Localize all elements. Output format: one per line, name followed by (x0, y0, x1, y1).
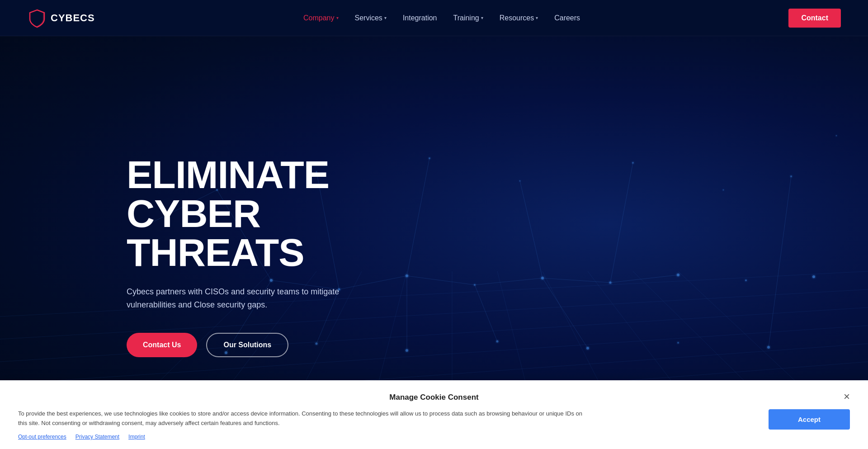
svg-line-44 (407, 276, 475, 285)
nav-links: Company ▾Services ▾IntegrationTraining ▾… (303, 14, 580, 22)
cookie-link-privacy-statement[interactable]: Privacy Statement (75, 434, 119, 440)
chevron-down-icon: ▾ (536, 15, 538, 20)
cookie-body-text: To provide the best experiences, we use … (18, 409, 588, 428)
logo[interactable]: CYBECS (27, 8, 95, 28)
nav-contact-button[interactable]: Contact (788, 9, 841, 28)
svg-line-46 (542, 278, 610, 283)
chevron-down-icon: ▾ (336, 15, 339, 20)
cookie-accept-button[interactable]: Accept (769, 409, 850, 430)
cookie-body: To provide the best experiences, we use … (18, 409, 850, 440)
nav-link-resources[interactable]: Resources ▾ (500, 14, 538, 22)
logo-text: CYBECS (51, 12, 95, 24)
contact-us-button[interactable]: Contact Us (127, 333, 197, 357)
hero-content: ELIMINATE CYBER THREATS Cybecs partners … (0, 128, 407, 358)
cookie-header: Manage Cookie Consent × (18, 393, 850, 402)
cookie-text-wrapper: To provide the best experiences, we use … (18, 409, 588, 440)
cookie-banner: Manage Cookie Consent × To provide the b… (0, 380, 868, 449)
cookie-link-opt-out-preferences[interactable]: Opt-out preferences (18, 434, 66, 440)
cookie-close-button[interactable]: × (844, 391, 850, 402)
svg-line-45 (475, 278, 542, 285)
chevron-down-icon: ▾ (481, 15, 483, 20)
svg-point-31 (677, 342, 679, 344)
svg-line-51 (475, 285, 497, 341)
svg-point-41 (836, 135, 837, 137)
svg-line-52 (542, 278, 588, 348)
nav-link-services[interactable]: Services ▾ (355, 14, 387, 22)
svg-line-59 (769, 176, 791, 347)
chevron-down-icon: ▾ (384, 15, 387, 20)
svg-line-58 (610, 163, 633, 283)
svg-line-47 (610, 275, 678, 283)
svg-line-57 (520, 181, 542, 278)
svg-point-25 (812, 275, 815, 278)
hero-title: ELIMINATE CYBER THREATS (127, 155, 407, 272)
our-solutions-button[interactable]: Our Solutions (206, 333, 288, 357)
hero-buttons: Contact Us Our Solutions (127, 333, 407, 357)
cookie-link-imprint[interactable]: Imprint (128, 434, 145, 440)
nav-link-company[interactable]: Company ▾ (303, 14, 338, 22)
svg-point-24 (745, 279, 747, 281)
svg-line-56 (407, 158, 429, 276)
cookie-title: Manage Cookie Consent (389, 393, 478, 402)
nav-link-careers[interactable]: Careers (554, 14, 580, 22)
hero-subtitle: Cybecs partners with CISOs and security … (127, 285, 353, 312)
nav-link-integration[interactable]: Integration (403, 14, 437, 22)
cookie-footer-links: Opt-out preferencesPrivacy StatementImpr… (18, 434, 588, 440)
svg-point-39 (723, 189, 724, 191)
logo-icon (27, 8, 47, 28)
navigation: CYBECS Company ▾Services ▾IntegrationTra… (0, 0, 868, 36)
nav-link-training[interactable]: Training ▾ (453, 14, 483, 22)
